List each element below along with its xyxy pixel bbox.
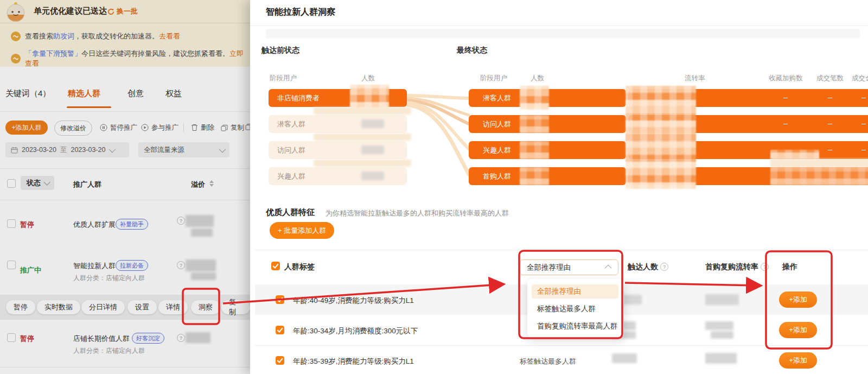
stage-bar-interest[interactable]: 兴趣人群 <box>269 167 407 185</box>
pause-promo-button[interactable]: 暂停推广 <box>100 121 137 135</box>
status-badge: 推广中 <box>20 265 41 275</box>
action-details[interactable]: 详情 <box>158 300 188 314</box>
col-conversion: 首购复购流转率 <box>705 262 758 272</box>
metric-dash: – <box>861 119 866 128</box>
add-audience-row-button[interactable]: +添加 <box>779 352 817 369</box>
redacted-value <box>705 294 739 305</box>
add-audience-button[interactable]: +添加人群 <box>5 121 48 135</box>
audience-name[interactable]: 优质人群扩展 <box>73 220 116 230</box>
redacted-value <box>612 353 637 363</box>
help-icon[interactable]: ? <box>761 263 769 271</box>
redacted-flow <box>314 107 411 115</box>
action-pause[interactable]: 暂停 <box>6 300 35 314</box>
metric-dash: – <box>783 119 788 128</box>
divider <box>255 250 868 250</box>
screen: 单元优化建议已送达 换一批 查看搜索助攻词，获取成交转化的加速器。去看看 <box>0 0 868 374</box>
redacted-metric <box>770 167 868 185</box>
divider <box>0 168 250 169</box>
row-checkbox[interactable] <box>7 261 16 269</box>
refresh-batch-button[interactable]: 换一批 <box>107 7 138 16</box>
features-subtitle: 为你精选智能拉新触达最多的人群和购买流转率最高的人群 <box>326 208 509 218</box>
column-header-premium[interactable]: 溢价 <box>191 180 205 189</box>
action-settings[interactable]: 设置 <box>127 300 157 314</box>
warning-link[interactable]: 「拿量下滑预警」 <box>25 49 81 58</box>
divider <box>0 367 250 367</box>
copy-button[interactable]: 复制 <box>221 121 244 135</box>
add-audience-row-button[interactable]: +添加 <box>779 322 817 338</box>
redacted-value <box>186 332 210 343</box>
divider <box>0 23 250 23</box>
status-filter[interactable]: 状态 <box>21 176 54 190</box>
chevron-up-icon <box>605 265 612 272</box>
audience-name[interactable]: 店铺长期价值人群 <box>73 334 130 344</box>
stage-bar-potential[interactable]: 潜客人群 <box>269 115 407 133</box>
action-realtime[interactable]: 实时数据 <box>37 300 80 314</box>
row-checkbox[interactable] <box>7 219 16 228</box>
chevron-down-icon <box>43 179 50 186</box>
action-daily[interactable]: 分日详情 <box>81 300 125 314</box>
select-all-checkbox[interactable] <box>271 262 280 270</box>
select-all-checkbox[interactable] <box>7 179 16 188</box>
keyword-link[interactable]: 助攻词 <box>53 32 74 40</box>
tab-creative[interactable]: 创意 <box>127 88 144 99</box>
active-tab-indicator <box>67 106 111 108</box>
action-copy[interactable]: 复制 <box>221 300 250 314</box>
redacted-metric <box>770 150 819 159</box>
stage-bar-visit[interactable]: 访问人群 <box>269 141 407 159</box>
redacted-count <box>361 145 384 154</box>
delete-button[interactable]: 删除 <box>191 121 214 135</box>
modify-premium-button[interactable]: 修改溢价 <box>54 121 92 136</box>
redacted-value <box>191 229 213 237</box>
chevron-down-icon <box>109 145 116 153</box>
row-checkbox[interactable] <box>276 326 284 334</box>
add-audience-row-button[interactable]: +添加 <box>779 291 817 308</box>
column-header-audience: 推广人群 <box>73 180 101 189</box>
metric-dash: – <box>828 93 832 102</box>
refresh-icon <box>107 8 114 15</box>
audience-category: 人群分类：店铺定向人群 <box>73 346 145 356</box>
audience-tag: 年龄:30-34岁,月均消费额度:300元以下 <box>293 326 418 336</box>
help-icon[interactable]: ? <box>660 263 668 271</box>
dropdown-option-most-reached[interactable]: 标签触达最多人群 <box>532 302 618 316</box>
metric-dash: – <box>828 119 832 128</box>
reason-filter-select[interactable]: 全部推荐理由 <box>520 259 618 275</box>
batch-add-button[interactable]: + 批量添加人群 <box>270 222 334 239</box>
row-checkbox[interactable] <box>276 356 284 365</box>
copy-icon <box>221 124 228 131</box>
help-icon[interactable]: ? <box>177 217 185 225</box>
divider <box>183 123 184 132</box>
redacted-count <box>520 86 549 110</box>
insight-drawer: 智能拉新人群洞察 触达前状态 最终状态 阶段用户 人数 阶段用户 人数 流转率 … <box>250 0 868 374</box>
reason-filter-dropdown: 全部推荐理由 标签触达最多人群 首购复购流转率最高人群 <box>527 279 624 338</box>
date-range-picker[interactable]: 2023-03-20 至 2023-03-20 <box>5 142 129 157</box>
tab-keywords[interactable]: 关键词（4） <box>5 88 50 99</box>
action-insight[interactable]: 洞察 <box>191 300 220 314</box>
campaign-panel: 单元优化建议已送达 换一批 查看搜索助攻词，获取成交转化的加速器。去看看 <box>0 0 250 374</box>
dropdown-option-highest-conv[interactable]: 首购复购流转率最高人群 <box>532 319 618 333</box>
join-promo-button[interactable]: 参与推广 <box>141 121 178 135</box>
trash-icon <box>191 124 198 131</box>
traffic-source-select[interactable]: 全部流量来源 <box>138 142 229 157</box>
feature-badge: 拉新必备 <box>116 260 148 271</box>
tab-benefits[interactable]: 权益 <box>165 88 182 99</box>
sort-icon[interactable] <box>209 180 214 187</box>
row-checkbox[interactable] <box>7 333 16 342</box>
redacted-value <box>705 321 733 330</box>
row-checkbox[interactable] <box>276 295 284 304</box>
audience-tag: 年龄:40-49岁,消费能力等级:购买力L1 <box>293 296 414 306</box>
audience-name[interactable]: 智能拉新人群 <box>73 261 116 271</box>
help-icon[interactable]: ? <box>177 261 185 269</box>
metric-dash: – <box>861 93 866 102</box>
pause-circle-icon <box>100 124 107 131</box>
go-see-link[interactable]: 去看看 <box>159 32 180 40</box>
notice-row-2: 「拿量下滑预警」今日这些关键词有掉量风险，建议您抓紧看看。立即查看 <box>11 49 250 68</box>
redacted-count <box>361 172 384 180</box>
suggestion-card: 单元优化建议已送达 换一批 查看搜索助攻词，获取成交转化的加速器。去看看 <box>0 0 250 67</box>
redacted-count <box>520 115 549 133</box>
tab-audience[interactable]: 精选人群 <box>68 88 100 99</box>
status-badge: 暂停 <box>20 220 34 230</box>
dropdown-option-all[interactable]: 全部推荐理由 <box>532 284 618 299</box>
calendar-icon <box>11 147 18 154</box>
chat-icon <box>11 54 21 64</box>
help-icon[interactable]: ? <box>177 334 185 342</box>
